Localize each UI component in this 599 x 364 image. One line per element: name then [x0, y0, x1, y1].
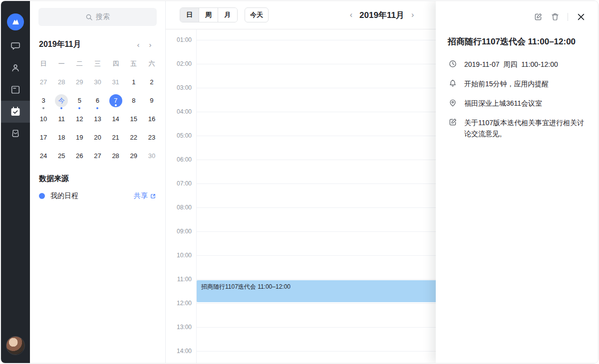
mini-day-24[interactable]: 24 — [34, 147, 52, 165]
view-tab-week[interactable]: 周 — [199, 8, 218, 22]
mini-day-25[interactable]: 25 — [52, 147, 70, 165]
weekday-label: 二 — [70, 58, 88, 70]
mini-day-14[interactable]: 14 — [107, 110, 125, 128]
app-logo[interactable] — [1, 9, 30, 35]
mini-day-number: 19 — [73, 131, 86, 144]
detail-row-text: 福田深业上城3611会议室 — [464, 98, 542, 109]
hour-label: 03:00 — [166, 84, 192, 92]
event-dot — [60, 107, 62, 109]
view-tab-day[interactable]: 日 — [180, 8, 199, 22]
mini-day-30[interactable]: 30 — [88, 73, 106, 91]
share-link[interactable]: 共享 — [134, 191, 156, 200]
detail-row-text: 2019-11-07 周四 11:00-12:00 — [464, 59, 558, 70]
mini-day-今[interactable]: 今 — [52, 91, 70, 110]
mini-next-month-button[interactable]: › — [144, 38, 156, 50]
mini-day-3[interactable]: 3 — [34, 91, 52, 110]
user-avatar[interactable] — [6, 336, 25, 355]
mini-day-number: 8 — [127, 94, 140, 107]
mini-day-6[interactable]: 6 — [88, 91, 106, 110]
mini-day-number: 22 — [127, 131, 140, 144]
mini-day-1[interactable]: 1 — [125, 73, 143, 91]
detail-row: 关于1107版本迭代相关事宜进行相关讨论交流意见。 — [448, 117, 586, 139]
mini-day-12[interactable]: 12 — [70, 110, 88, 128]
mini-day-28[interactable]: 28 — [52, 73, 70, 91]
event-dot — [115, 104, 117, 106]
mini-day-22[interactable]: 22 — [125, 128, 143, 147]
panel-actions — [448, 11, 586, 23]
mini-day-number: 今 — [55, 94, 68, 107]
search-input[interactable]: 搜索 — [38, 8, 157, 26]
actions-divider — [568, 13, 568, 21]
weekday-label: 五 — [125, 58, 143, 70]
mini-day-27[interactable]: 27 — [88, 147, 106, 165]
view-switcher: 日周月 — [180, 7, 238, 22]
detail-row: 福田深业上城3611会议室 — [448, 98, 586, 109]
day-column-border — [196, 29, 197, 363]
mini-day-31[interactable]: 31 — [107, 73, 125, 91]
mini-day-30[interactable]: 30 — [143, 147, 161, 165]
mini-day-number: 18 — [55, 131, 68, 144]
close-icon[interactable] — [576, 12, 586, 22]
data-sources-title: 数据来源 — [39, 174, 156, 183]
external-link-icon — [150, 193, 156, 199]
mini-day-number: 26 — [73, 150, 86, 163]
mini-day-11[interactable]: 11 — [52, 110, 70, 128]
detail-row: 开始前15分钟，应用内提醒 — [448, 78, 586, 89]
mini-day-number: 14 — [109, 113, 122, 126]
view-tab-month[interactable]: 月 — [218, 8, 237, 22]
mini-day-17[interactable]: 17 — [34, 128, 52, 147]
search-placeholder: 搜索 — [96, 12, 110, 21]
mini-day-9[interactable]: 9 — [143, 91, 161, 110]
mini-day-number: 2 — [145, 76, 158, 89]
mini-day-20[interactable]: 20 — [88, 128, 106, 147]
hour-label: 11:00 — [166, 275, 192, 283]
mini-day-26[interactable]: 26 — [70, 147, 88, 165]
mini-day-number: 16 — [145, 113, 158, 126]
mini-day-28[interactable]: 28 — [107, 147, 125, 165]
data-sources-section: 数据来源 我的日程 共享 — [30, 174, 165, 200]
hour-label: 09:00 — [166, 227, 192, 235]
mini-day-number: 30 — [91, 76, 104, 89]
chat-icon[interactable] — [1, 35, 30, 57]
mini-day-number: 29 — [73, 76, 86, 89]
mini-day-29[interactable]: 29 — [70, 73, 88, 91]
mini-day-23[interactable]: 23 — [143, 128, 161, 147]
workbench-icon[interactable] — [1, 123, 30, 145]
weekday-row: 日一二三四五六 — [30, 58, 165, 70]
edit-icon[interactable] — [534, 12, 543, 21]
mini-day-18[interactable]: 18 — [52, 128, 70, 147]
mini-day-7[interactable]: 7 — [107, 91, 125, 110]
hour-label: 10:00 — [166, 251, 192, 259]
mini-day-27[interactable]: 27 — [34, 73, 52, 91]
mini-day-29[interactable]: 29 — [125, 147, 143, 165]
contacts-icon[interactable] — [1, 57, 30, 79]
mini-day-number: 23 — [145, 131, 158, 144]
mini-day-number: 6 — [91, 94, 104, 107]
mini-day-5[interactable]: 5 — [70, 91, 88, 110]
mini-day-2[interactable]: 2 — [143, 73, 161, 91]
mini-day-number: 20 — [91, 131, 104, 144]
mini-day-21[interactable]: 21 — [107, 128, 125, 147]
today-button[interactable]: 今天 — [245, 7, 269, 22]
detail-row-text: 开始前15分钟，应用内提醒 — [464, 78, 549, 89]
mini-day-10[interactable]: 10 — [34, 110, 52, 128]
mini-day-13[interactable]: 13 — [88, 110, 106, 128]
trash-icon[interactable] — [551, 12, 560, 21]
mini-prev-month-button[interactable]: ‹ — [132, 38, 144, 50]
mini-day-15[interactable]: 15 — [125, 110, 143, 128]
mini-day-16[interactable]: 16 — [143, 110, 161, 128]
calendar-source-item[interactable]: 我的日程 共享 — [39, 191, 156, 200]
event-title: 招商随行1107迭代会 11:00–12:00 — [448, 36, 586, 48]
detail-row-text: 关于1107版本迭代相关事宜进行相关讨论交流意见。 — [464, 117, 586, 139]
calendar-icon[interactable] — [1, 101, 30, 123]
mini-day-19[interactable]: 19 — [70, 128, 88, 147]
detail-row: 2019-11-07 周四 11:00-12:00 — [448, 59, 586, 70]
mini-day-number: 15 — [127, 113, 140, 126]
next-period-button[interactable]: › — [409, 9, 416, 20]
hour-label: 06:00 — [166, 156, 192, 164]
prev-period-button[interactable]: ‹ — [348, 9, 354, 20]
docs-icon[interactable] — [1, 79, 30, 101]
app-rail — [1, 1, 30, 363]
mini-day-8[interactable]: 8 — [125, 91, 143, 110]
hour-label: 04:00 — [166, 108, 192, 116]
